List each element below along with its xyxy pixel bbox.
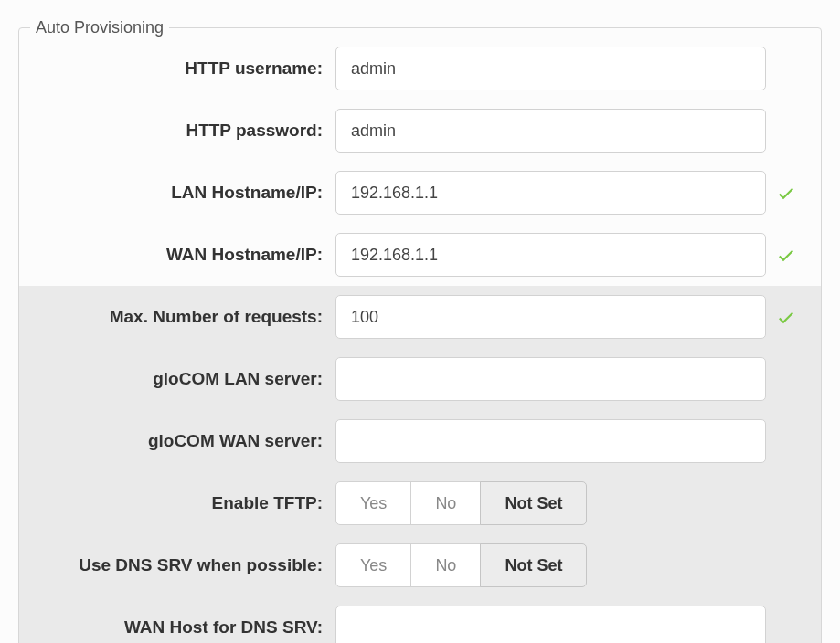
use-dns-srv-yes-button[interactable]: Yes xyxy=(335,543,411,587)
use-dns-srv-notset-button[interactable]: Not Set xyxy=(480,543,587,587)
label-max-requests: Max. Number of requests: xyxy=(34,307,335,327)
row-enable-tftp: Enable TFTP: Yes No Not Set xyxy=(19,472,821,534)
row-wan-host-srv: WAN Host for DNS SRV: xyxy=(19,596,821,643)
max-requests-input[interactable] xyxy=(335,295,766,339)
glocom-wan-input[interactable] xyxy=(335,419,766,463)
label-wan-hostname: WAN Hostname/IP: xyxy=(34,245,335,265)
label-http-username: HTTP username: xyxy=(34,58,335,79)
label-wan-host-srv: WAN Host for DNS SRV: xyxy=(34,617,335,638)
wan-host-srv-input[interactable] xyxy=(335,606,766,643)
row-max-requests: Max. Number of requests: xyxy=(19,286,821,348)
fieldset-legend: Auto Provisioning xyxy=(30,18,169,37)
use-dns-srv-toggle: Yes No Not Set xyxy=(335,543,587,587)
http-username-input[interactable] xyxy=(335,47,766,90)
row-lan-hostname: LAN Hostname/IP: xyxy=(19,162,821,224)
row-http-password: HTTP password: xyxy=(19,100,821,162)
auto-provisioning-fieldset: Auto Provisioning HTTP username: HTTP pa… xyxy=(18,18,822,643)
row-glocom-wan: gloCOM WAN server: xyxy=(19,410,821,472)
row-wan-hostname: WAN Hostname/IP: xyxy=(19,224,821,286)
lan-hostname-status xyxy=(766,182,806,204)
wan-hostname-status xyxy=(766,244,806,266)
check-icon xyxy=(775,244,797,266)
enable-tftp-toggle: Yes No Not Set xyxy=(335,481,587,525)
glocom-lan-input[interactable] xyxy=(335,357,766,401)
row-glocom-lan: gloCOM LAN server: xyxy=(19,348,821,410)
label-glocom-lan: gloCOM LAN server: xyxy=(34,369,335,389)
lan-hostname-input[interactable] xyxy=(335,171,766,215)
label-use-dns-srv: Use DNS SRV when possible: xyxy=(34,555,335,575)
label-enable-tftp: Enable TFTP: xyxy=(34,493,335,513)
enable-tftp-notset-button[interactable]: Not Set xyxy=(480,481,587,525)
wan-hostname-input[interactable] xyxy=(335,233,766,277)
enable-tftp-yes-button[interactable]: Yes xyxy=(335,481,411,525)
row-http-username: HTTP username: xyxy=(19,37,821,100)
enable-tftp-no-button[interactable]: No xyxy=(410,481,481,525)
row-use-dns-srv: Use DNS SRV when possible: Yes No Not Se… xyxy=(19,534,821,596)
check-icon xyxy=(775,306,797,328)
label-lan-hostname: LAN Hostname/IP: xyxy=(34,183,335,203)
use-dns-srv-no-button[interactable]: No xyxy=(410,543,481,587)
max-requests-status xyxy=(766,306,806,328)
check-icon xyxy=(775,182,797,204)
label-http-password: HTTP password: xyxy=(34,121,335,141)
http-password-input[interactable] xyxy=(335,109,766,153)
label-glocom-wan: gloCOM WAN server: xyxy=(34,431,335,451)
